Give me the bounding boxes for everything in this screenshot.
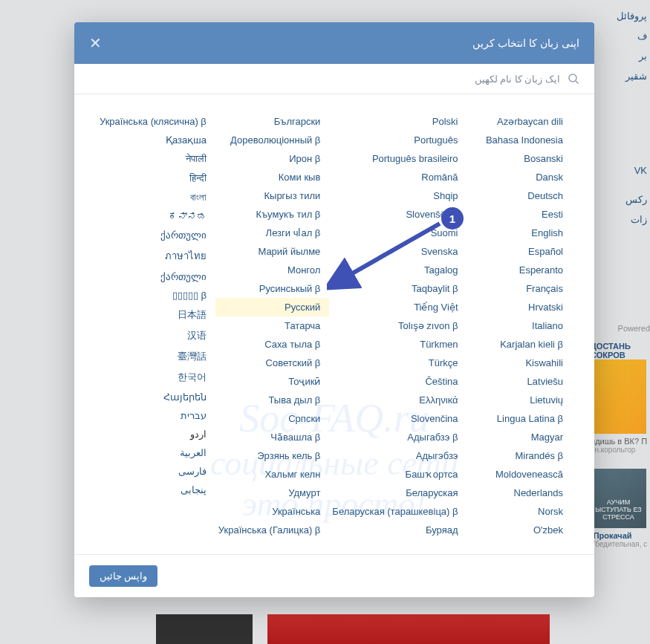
language-option[interactable]: Čeština [329, 372, 467, 391]
search-bar [74, 64, 594, 94]
language-option[interactable]: Hrvatski [467, 298, 573, 316]
search-input[interactable] [89, 74, 560, 85]
language-option[interactable]: Tolışə zıvon β [329, 316, 467, 335]
language-option[interactable]: Монгол [215, 261, 329, 279]
language-option[interactable]: Тыва дыл β [215, 391, 329, 409]
language-option[interactable]: Саха тыла β [215, 335, 329, 354]
modal-footer: واپس جائیں [74, 554, 594, 597]
language-option[interactable]: Српски [215, 409, 329, 428]
language-option[interactable]: Tagalog [329, 261, 467, 279]
language-option[interactable]: ภาษาไทย [97, 244, 215, 267]
language-option[interactable]: हिन्दी [97, 169, 215, 188]
close-icon[interactable]: ✕ [89, 34, 102, 52]
language-option[interactable]: Български [215, 112, 329, 131]
language-option[interactable]: العربية [97, 443, 215, 462]
language-option[interactable]: Norsk [467, 502, 573, 521]
language-option[interactable]: Mirandés β [467, 446, 573, 465]
language-option[interactable]: Shqip [329, 186, 467, 205]
language-option[interactable]: Eesti [467, 205, 573, 224]
language-option[interactable]: ಕನ್ನಡ [97, 207, 215, 226]
language-option[interactable]: Polski [329, 112, 467, 131]
language-option[interactable]: Lietuvių [467, 391, 573, 409]
language-option[interactable]: Русский [215, 298, 329, 316]
language-list: Azərbaycan diliBahasa IndonesiaBosanskiD… [74, 94, 594, 554]
language-option[interactable]: Адыгэбзэ [329, 446, 467, 465]
language-option[interactable]: Татарча [215, 316, 329, 335]
language-option[interactable]: فارسی [97, 462, 215, 481]
modal-title: اپنی زبان کا انتخاب کریں [472, 37, 579, 49]
language-option[interactable]: Azərbaycan dili [467, 112, 573, 131]
language-option[interactable]: Русинськый β [215, 279, 329, 298]
svg-line-1 [576, 81, 579, 84]
language-option[interactable]: 汉语 [97, 325, 215, 346]
language-option[interactable]: Беларуская (тарашкевіца) β [329, 502, 467, 521]
language-option[interactable]: Italiano [467, 316, 573, 335]
language-option[interactable]: 臺灣話 [97, 346, 215, 367]
language-option[interactable]: English [467, 224, 573, 242]
language-option[interactable]: Эрзянь кель β [215, 446, 329, 465]
language-option[interactable]: Dansk [467, 168, 573, 186]
language-option[interactable]: עברית [97, 406, 215, 425]
language-option[interactable]: Deutsch [467, 186, 573, 205]
language-option[interactable]: Tiếng Việt [329, 298, 467, 316]
annotation-marker: 1 [441, 207, 464, 230]
language-option[interactable]: O'zbek [467, 521, 573, 539]
language-option[interactable]: Karjalan kieli β [467, 335, 573, 354]
language-option[interactable]: Советский β [215, 354, 329, 372]
language-option[interactable]: Чӑвашла β [215, 428, 329, 446]
language-option[interactable]: 한국어 [97, 367, 215, 388]
language-modal: اپنی زبان کا انتخاب کریں ✕ Azərbaycan di… [74, 22, 594, 597]
language-option[interactable]: Taqbaylit β [329, 279, 467, 298]
language-option[interactable]: Буряад [329, 521, 467, 539]
language-option[interactable]: ქართული [97, 267, 215, 286]
language-option[interactable]: Türkçe [329, 354, 467, 372]
language-option[interactable]: বাংলা [97, 188, 215, 207]
back-button[interactable]: واپس جائیں [89, 565, 157, 587]
language-option[interactable]: Ирон β [215, 149, 329, 168]
language-option[interactable]: Адыгабзэ β [329, 428, 467, 446]
language-option[interactable]: Українська [215, 502, 329, 521]
language-option: اردو [97, 425, 215, 443]
language-option[interactable]: Bosanski [467, 149, 573, 168]
language-option[interactable]: Марий йылме [215, 242, 329, 261]
language-option[interactable]: Nederlands [467, 484, 573, 502]
language-option[interactable]: Ελληνικά [329, 391, 467, 409]
language-option[interactable]: Kiswahili [467, 354, 573, 372]
language-option[interactable]: नेपाली [97, 149, 215, 169]
language-option[interactable]: Magyar [467, 428, 573, 446]
language-option[interactable]: Հայերեն [97, 388, 215, 406]
language-option[interactable]: Español [467, 242, 573, 261]
language-option[interactable]: Lingua Latina β [467, 409, 573, 428]
language-option[interactable]: Кыргыз тили [215, 186, 329, 205]
language-option[interactable]: Қазақша [97, 131, 215, 149]
language-option[interactable]: Esperanto [467, 261, 573, 279]
language-option[interactable]: Українська (Галицка) β [215, 521, 329, 539]
language-option[interactable]: Bahasa Indonesia [467, 131, 573, 149]
language-option[interactable]: Latviešu [467, 372, 573, 391]
modal-header: اپنی زبان کا انتخاب کریں ✕ [74, 22, 594, 64]
language-option[interactable]: Português [329, 131, 467, 149]
language-option[interactable]: Лезги чӏал β [215, 224, 329, 242]
language-option[interactable]: Хальмг келн [215, 465, 329, 484]
language-option[interactable]: Français [467, 279, 573, 298]
language-option[interactable]: Удмурт [215, 484, 329, 502]
language-option[interactable]: پنجابی [97, 481, 215, 499]
language-option[interactable]: Дореволюціонный β [215, 131, 329, 149]
language-option[interactable]: Беларуская [329, 484, 467, 502]
language-option[interactable]: Moldovenească [467, 465, 573, 484]
language-option[interactable]: ▯▯▯▯▯ β [97, 286, 215, 305]
search-icon [568, 73, 579, 85]
language-option[interactable]: Коми кыв [215, 168, 329, 186]
language-option[interactable]: Тоҷикӣ [215, 372, 329, 391]
language-option[interactable]: Башҡортса [329, 465, 467, 484]
language-option[interactable]: Türkmen [329, 335, 467, 354]
language-option[interactable]: Slovenčina [329, 409, 467, 428]
language-option[interactable]: Svenska [329, 242, 467, 261]
language-option[interactable]: Română [329, 168, 467, 186]
language-option[interactable]: Къумукъ тил β [215, 205, 329, 224]
svg-point-0 [569, 74, 576, 82]
language-option[interactable]: 日本語 [97, 305, 215, 325]
language-option[interactable]: Português brasileiro [329, 149, 467, 168]
language-option[interactable]: Українська (клясична) β [97, 112, 215, 131]
language-option[interactable]: ქართული [97, 226, 215, 244]
